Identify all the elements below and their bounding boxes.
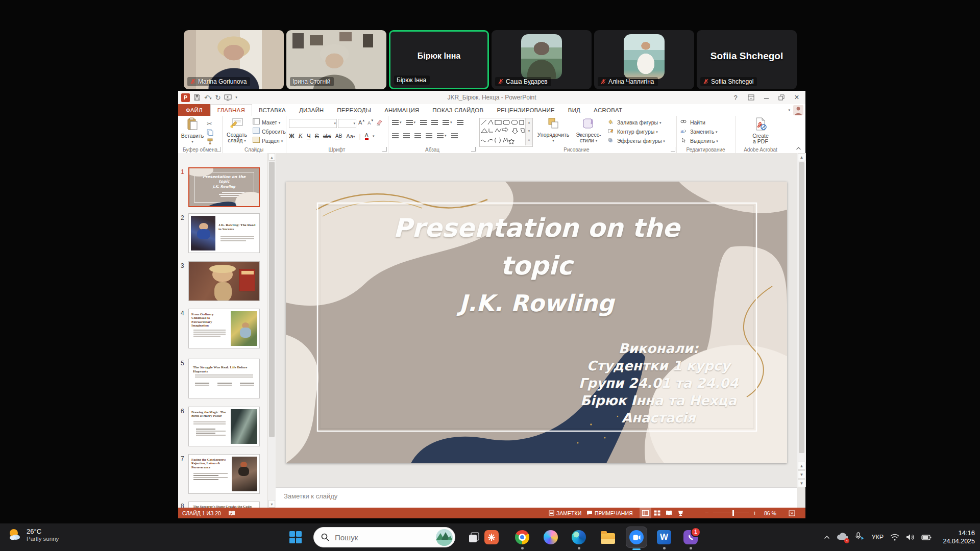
strike-abc-icon[interactable]: abc <box>323 133 331 139</box>
close-button[interactable]: × <box>789 91 804 104</box>
normal-view-button[interactable] <box>640 508 651 518</box>
strikethrough-button[interactable]: S <box>315 133 319 140</box>
thumbnail-scroll-up[interactable]: ▲ <box>268 153 275 161</box>
save-icon[interactable] <box>193 94 201 101</box>
search-input[interactable] <box>334 533 412 542</box>
drawing-dialog-launcher[interactable] <box>671 147 675 152</box>
slide-counter[interactable]: СЛАЙД 1 ИЗ 20 <box>182 508 221 518</box>
participant-tile-sofiia[interactable]: Sofiia Shchegol Sofiia Shchegol <box>697 30 797 89</box>
tab-acrobat[interactable]: ACROBAT <box>587 104 629 116</box>
start-button[interactable] <box>289 531 302 544</box>
thumbnail-scroll-down[interactable]: ▼ <box>268 500 275 508</box>
thumbnail-slide-1[interactable]: Presentation on the topic J.K. Rowling <box>188 167 260 207</box>
tab-view[interactable]: ВИД <box>561 104 587 116</box>
editor-scroll-thumb[interactable] <box>799 162 804 453</box>
collapse-ribbon-icon[interactable] <box>796 146 801 151</box>
minimize-button[interactable] <box>758 91 774 104</box>
thumbnail-slide-2[interactable]: J.K. Rowling: The Road to Success <box>188 213 260 253</box>
bing-daily-image[interactable] <box>436 529 453 546</box>
zoom-app-icon-active[interactable] <box>626 527 647 548</box>
chrome-icon[interactable] <box>513 529 531 546</box>
editor-scrollbar[interactable]: ▲ ▲ ▼ ▼ <box>797 153 806 487</box>
previous-slide-button[interactable]: ▲ <box>798 462 805 470</box>
qat-customize-icon[interactable]: ▾ <box>235 95 237 99</box>
align-right-icon[interactable] <box>414 133 421 138</box>
slide-editor-canvas[interactable]: Presentation on the topic J.K. Rowling В… <box>276 153 797 487</box>
layout-button[interactable]: Макет ▾ <box>253 118 280 128</box>
copy-button[interactable] <box>207 129 213 136</box>
tab-home[interactable]: ГЛАВНАЯ <box>210 104 252 116</box>
notes-toggle-button[interactable]: ЗАМЕТКИ <box>549 508 581 518</box>
bullets-icon[interactable] <box>392 120 399 125</box>
onedrive-error-icon[interactable]: × <box>837 533 848 542</box>
zoom-in-button[interactable]: + <box>753 508 756 518</box>
decrease-indent-icon[interactable] <box>420 120 427 125</box>
editor-scroll-up[interactable]: ▲ <box>798 153 805 161</box>
file-explorer-icon[interactable] <box>599 529 617 546</box>
comments-toggle-button[interactable]: ПРИМЕЧАНИЯ <box>586 508 633 518</box>
tab-file[interactable]: ФАЙЛ <box>178 104 210 116</box>
increase-indent-icon[interactable] <box>431 120 438 125</box>
create-pdf-button[interactable]: Createa PDF <box>744 117 777 144</box>
weather-widget[interactable]: 26°C Partly sunny <box>7 527 59 542</box>
section-button[interactable]: Раздел ▾ <box>253 136 283 146</box>
language-indicator[interactable]: УКР <box>871 534 884 541</box>
thumbnail-slide-5[interactable]: The Struggle Was Real: Life Before Hogwa… <box>188 359 260 398</box>
ribbon-display-options-icon[interactable] <box>743 91 758 104</box>
shrink-font-icon[interactable]: А▼ <box>368 119 374 126</box>
tab-transitions[interactable]: ПЕРЕХОДЫ <box>330 104 378 116</box>
quick-styles-button[interactable]: Экспресс-стили ▾ <box>573 117 604 143</box>
participant-tile-biriuk-active-speaker[interactable]: Бірюк Інна Бірюк Інна <box>389 30 489 89</box>
shapes-scroll-up[interactable]: ▲ <box>526 118 532 127</box>
new-slide-button[interactable]: Создать слайд ▾ <box>224 117 250 143</box>
task-view-button[interactable] <box>468 531 481 544</box>
arrange-button[interactable]: Упорядочить▾ <box>535 117 572 143</box>
thumbnail-slide-3[interactable] <box>188 261 260 301</box>
reset-button[interactable]: Сбросить <box>253 127 286 136</box>
edge-icon[interactable] <box>570 529 587 546</box>
account-avatar[interactable] <box>793 105 803 115</box>
zoom-level[interactable]: 86 % <box>764 508 776 518</box>
numbering-icon[interactable] <box>406 120 413 125</box>
tab-slideshow[interactable]: ПОКАЗ СЛАЙДОВ <box>426 104 490 116</box>
notes-pane[interactable]: Заметки к слайду <box>276 487 797 508</box>
restore-button[interactable] <box>774 91 789 104</box>
paragraph-dialog-launcher[interactable] <box>471 147 476 152</box>
powerpoint-app-icon[interactable]: P <box>181 93 190 102</box>
viber-icon[interactable]: 1 <box>682 529 699 546</box>
tray-expand-icon[interactable] <box>824 535 830 539</box>
cut-button[interactable]: ✂ <box>207 120 212 128</box>
participant-tile-marina[interactable]: Marina Goriunova <box>184 30 284 89</box>
redo-icon[interactable]: ↻ <box>215 94 220 102</box>
fit-slide-to-window-button[interactable] <box>789 508 795 518</box>
battery-icon[interactable] <box>921 534 932 541</box>
replace-button[interactable]: ab Заменить ▾ <box>680 127 718 137</box>
photos-app-icon[interactable] <box>483 529 500 546</box>
smartart-convert-icon[interactable] <box>451 133 458 138</box>
participant-tile-sasha[interactable]: Саша Бударев <box>492 30 592 89</box>
columns-icon[interactable] <box>437 133 444 138</box>
thumbnail-slide-6[interactable]: Brewing the Magic: The Birth of Harry Po… <box>188 407 260 446</box>
slide-sorter-view-button[interactable] <box>651 508 663 518</box>
spellcheck-icon[interactable] <box>228 508 235 518</box>
underline-button[interactable]: Ч <box>307 133 311 140</box>
italic-button[interactable]: К <box>299 132 303 140</box>
thumbnail-slide-4[interactable]: From Ordinary Childhood to Extraordinary… <box>188 309 260 348</box>
ribbon-more-icon[interactable]: ▾ <box>788 108 790 112</box>
slideshow-view-button[interactable] <box>675 508 687 518</box>
thumbnail-scroll-thumb[interactable] <box>269 162 275 437</box>
thumbnail-slide-7[interactable]: Facing the Gatekeepers: Rejection, Lette… <box>188 454 260 494</box>
paste-button[interactable]: Вставить▾ <box>180 117 205 144</box>
shape-fill-button[interactable]: Заливка фигуры ▾ <box>607 118 662 128</box>
editor-scroll-down[interactable]: ▼ <box>798 479 805 487</box>
word-icon[interactable]: W <box>655 529 673 546</box>
tab-design[interactable]: ДИЗАЙН <box>292 104 330 116</box>
shape-effects-button[interactable]: Эффекты фигуры ▾ <box>607 136 665 146</box>
font-color-icon[interactable]: А <box>365 132 369 140</box>
bold-button[interactable]: Ж <box>289 133 295 140</box>
format-painter-button[interactable] <box>207 138 213 145</box>
taskbar-clock[interactable]: 14:16 24.04.2025 <box>938 529 975 546</box>
undo-icon[interactable]: ↶▾ <box>204 94 211 102</box>
participant-tile-alina[interactable]: Аліна Чаплигіна <box>594 30 694 89</box>
shapes-scroll-down[interactable]: ▼ <box>526 127 532 136</box>
